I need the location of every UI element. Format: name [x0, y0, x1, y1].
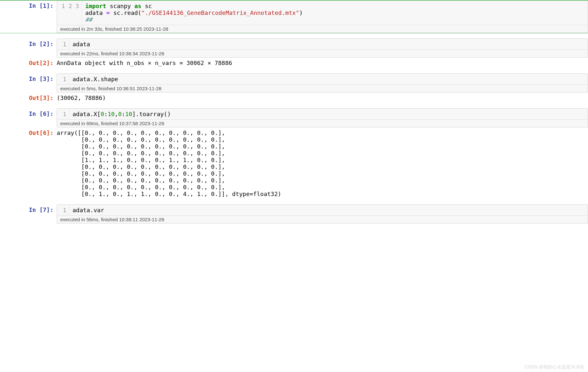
exec-info: executed in 5ms, finished 10:36:51 2023-… — [57, 84, 588, 93]
cell-body: 1adataexecuted in 22ms, finished 10:36:3… — [57, 38, 588, 58]
code-block[interactable]: 1adata — [57, 38, 588, 50]
line-gutter: 1 — [57, 205, 69, 215]
cell-body: 1adata.varexecuted in 56ms, finished 10:… — [57, 204, 588, 224]
output-prompt: Out[6]: — [0, 127, 57, 199]
input-prompt: In [1]: — [0, 0, 57, 33]
cell-body: 1 2 3import scanpy as sc adata = sc.read… — [57, 0, 588, 33]
output-row: Out[6]:array([[0., 0., 0., 0., 0., 0., 0… — [0, 127, 588, 199]
cell-body: 1adata.X[0:10,0:10].toarray()executed in… — [57, 108, 588, 127]
input-prompt: In [3]: — [0, 73, 57, 93]
output-text: array([[0., 0., 0., 0., 0., 0., 0., 0., … — [57, 127, 588, 199]
exec-info: executed in 69ms, finished 10:37:58 2023… — [57, 119, 588, 127]
output-text: AnnData object with n_obs × n_vars = 300… — [57, 58, 588, 68]
code-cell[interactable]: In [3]:1adata.X.shapeexecuted in 5ms, fi… — [0, 73, 588, 93]
code-text[interactable]: adata.var — [69, 205, 588, 215]
input-prompt: In [2]: — [0, 38, 57, 58]
line-gutter: 1 — [57, 109, 69, 119]
code-text[interactable]: adata — [69, 39, 588, 49]
cell-body: 1adata.X.shapeexecuted in 5ms, finished … — [57, 73, 588, 93]
code-block[interactable]: 1 2 3import scanpy as sc adata = sc.read… — [57, 0, 588, 25]
output-prompt: Out[3]: — [0, 93, 57, 103]
input-prompt: In [7]: — [0, 204, 57, 224]
code-text[interactable]: adata.X.shape — [69, 74, 588, 84]
code-cell[interactable]: In [7]:1adata.varexecuted in 56ms, finis… — [0, 204, 588, 224]
output-text: (30062, 78886) — [57, 93, 588, 103]
output-row: Out[3]:(30062, 78886) — [0, 93, 588, 103]
code-text[interactable]: adata.X[0:10,0:10].toarray() — [69, 109, 588, 119]
code-cell[interactable]: In [2]:1adataexecuted in 22ms, finished … — [0, 38, 588, 58]
code-text[interactable]: import scanpy as sc adata = sc.read("./G… — [82, 1, 588, 25]
exec-info: executed in 56ms, finished 10:38:11 2023… — [57, 215, 588, 224]
notebook: In [1]:1 2 3import scanpy as sc adata = … — [0, 0, 588, 224]
code-block[interactable]: 1adata.X.shape — [57, 73, 588, 85]
code-cell[interactable]: In [6]:1adata.X[0:10,0:10].toarray()exec… — [0, 108, 588, 127]
code-block[interactable]: 1adata.var — [57, 204, 588, 216]
line-gutter: 1 2 3 — [57, 1, 82, 25]
line-gutter: 1 — [57, 74, 69, 84]
exec-info: executed in 2m 33s, finished 10:36:25 20… — [57, 25, 588, 33]
input-prompt: In [6]: — [0, 108, 57, 127]
line-gutter: 1 — [57, 39, 69, 49]
output-row: Out[2]:AnnData object with n_obs × n_var… — [0, 58, 588, 68]
output-prompt: Out[2]: — [0, 58, 57, 68]
code-block[interactable]: 1adata.X[0:10,0:10].toarray() — [57, 108, 588, 120]
code-cell[interactable]: In [1]:1 2 3import scanpy as sc adata = … — [0, 0, 588, 33]
exec-info: executed in 22ms, finished 10:36:34 2023… — [57, 49, 588, 58]
